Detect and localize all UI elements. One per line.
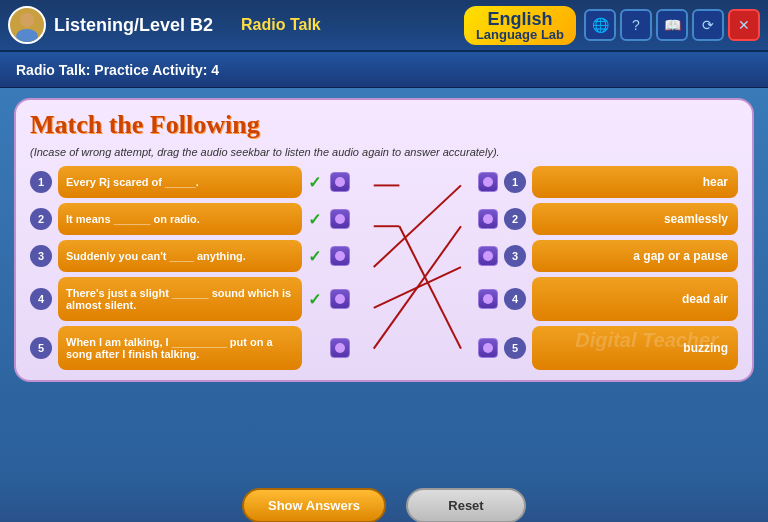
header-subtitle: Radio Talk: [241, 16, 321, 34]
show-answers-button[interactable]: Show Answers: [242, 488, 386, 522]
lines-spacer: [350, 166, 430, 370]
sub-header-text: Radio Talk: Practice Activity: 4: [16, 62, 219, 78]
close-icon-btn[interactable]: ✕: [728, 9, 760, 41]
check-4: ✓: [308, 290, 324, 309]
right-num-2: 2: [504, 208, 526, 230]
sub-header: Radio Talk: Practice Activity: 4: [0, 52, 768, 88]
left-dot-3[interactable]: [330, 246, 350, 266]
right-dot-2[interactable]: [478, 209, 498, 229]
right-column: 1 hear 2 seamlessly 3: [478, 166, 738, 370]
right-dot-4[interactable]: [478, 289, 498, 309]
brand-subtitle: Language Lab: [476, 28, 564, 41]
left-dot-1[interactable]: [330, 172, 350, 192]
right-num-4: 4: [504, 288, 526, 310]
right-dot-3[interactable]: [478, 246, 498, 266]
left-column: 1 Every Rj scared of _____. ✓ 2 It means…: [30, 166, 350, 370]
right-box-1: hear: [532, 166, 738, 198]
left-dot-4[interactable]: [330, 289, 350, 309]
right-item-3: 3 a gap or a pause: [478, 240, 738, 272]
header-title: Listening/Level B2: [54, 15, 213, 36]
match-card: Match the Following (Incase of wrong att…: [14, 98, 754, 382]
brand-title: English: [487, 10, 552, 28]
instruction-text: (Incase of wrong attempt, drag the audio…: [30, 146, 738, 158]
avatar: [8, 6, 46, 44]
right-num-5: 5: [504, 337, 526, 359]
right-item-4: 4 dead air: [478, 277, 738, 321]
left-box-5: When I am talking, I _________ put on a …: [58, 326, 302, 370]
svg-point-1: [16, 29, 38, 42]
header-icons: 🌐 ? 📖 ⟳ ✕: [584, 9, 760, 41]
right-dot-1[interactable]: [478, 172, 498, 192]
right-num-1: 1: [504, 171, 526, 193]
left-num-5: 5: [30, 337, 52, 359]
left-dot-5[interactable]: [330, 338, 350, 358]
main-content: Match the Following (Incase of wrong att…: [0, 88, 768, 478]
globe-icon-btn[interactable]: 🌐: [584, 9, 616, 41]
brand-box: English Language Lab: [464, 6, 576, 45]
left-num-4: 4: [30, 288, 52, 310]
reset-button[interactable]: Reset: [406, 488, 526, 522]
left-dot-2[interactable]: [330, 209, 350, 229]
right-box-4: dead air: [532, 277, 738, 321]
book-icon-btn[interactable]: 📖: [656, 9, 688, 41]
refresh-icon-btn[interactable]: ⟳: [692, 9, 724, 41]
right-box-5: buzzing: [532, 326, 738, 370]
header: Listening/Level B2 Radio Talk English La…: [0, 0, 768, 52]
left-box-4: There's just a slight ______ sound which…: [58, 277, 302, 321]
left-item-5: 5 When I am talking, I _________ put on …: [30, 326, 350, 370]
action-row: Show Answers Reset: [0, 478, 768, 522]
left-box-2: It means ______ on radio.: [58, 203, 302, 235]
right-item-2: 2 seamlessly: [478, 203, 738, 235]
right-item-1: 1 hear: [478, 166, 738, 198]
check-2: ✓: [308, 210, 324, 229]
left-item-2: 2 It means ______ on radio. ✓: [30, 203, 350, 235]
svg-point-0: [20, 13, 34, 27]
right-box-2: seamlessly: [532, 203, 738, 235]
left-box-3: Suddenly you can't ____ anything.: [58, 240, 302, 272]
left-box-1: Every Rj scared of _____.: [58, 166, 302, 198]
header-left: Listening/Level B2 Radio Talk: [8, 6, 464, 44]
left-num-2: 2: [30, 208, 52, 230]
card-title: Match the Following: [30, 110, 738, 140]
left-item-4: 4 There's just a slight ______ sound whi…: [30, 277, 350, 321]
left-num-1: 1: [30, 171, 52, 193]
left-item-1: 1 Every Rj scared of _____. ✓: [30, 166, 350, 198]
left-item-3: 3 Suddenly you can't ____ anything. ✓: [30, 240, 350, 272]
help-icon-btn[interactable]: ?: [620, 9, 652, 41]
check-1: ✓: [308, 173, 324, 192]
match-area: 1 Every Rj scared of _____. ✓ 2 It means…: [30, 166, 738, 370]
left-num-3: 3: [30, 245, 52, 267]
right-item-5: 5 buzzing: [478, 326, 738, 370]
right-dot-5[interactable]: [478, 338, 498, 358]
right-box-3: a gap or a pause: [532, 240, 738, 272]
right-num-3: 3: [504, 245, 526, 267]
check-3: ✓: [308, 247, 324, 266]
